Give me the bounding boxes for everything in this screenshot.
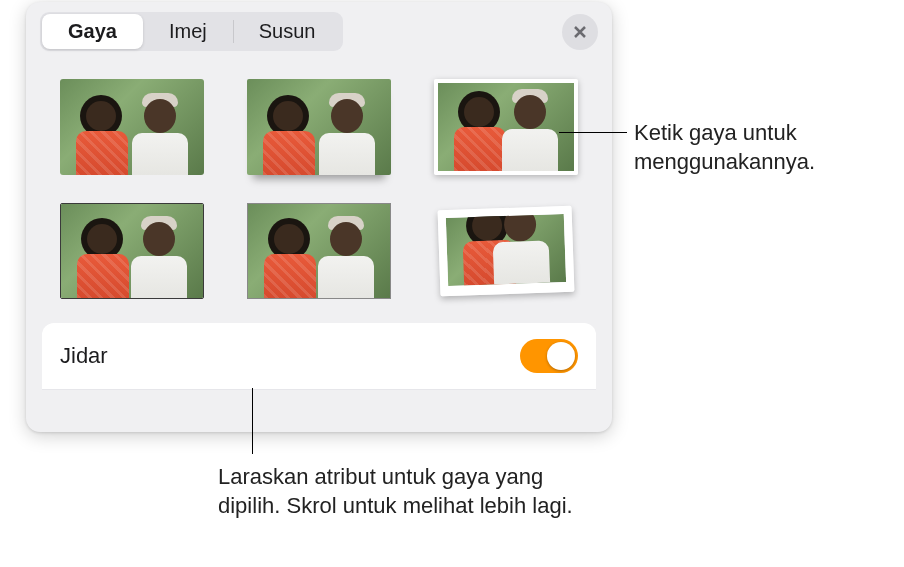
callout-leader [252, 388, 253, 454]
style-option-white-frame[interactable] [432, 77, 580, 177]
panel-header: Gaya Imej Susun [26, 2, 612, 59]
styles-grid [26, 59, 612, 323]
style-option-dark-border[interactable] [58, 201, 206, 301]
toggle-knob [547, 342, 575, 370]
style-thumbnail [60, 203, 204, 299]
jidar-row[interactable]: Jidar [42, 323, 596, 390]
tab-label: Gaya [68, 20, 117, 42]
tab-gaya[interactable]: Gaya [42, 14, 143, 49]
tab-label: Susun [259, 20, 316, 42]
style-thumbnail [437, 206, 574, 297]
style-option-polaroid[interactable] [430, 198, 581, 303]
format-panel: Gaya Imej Susun [26, 2, 612, 432]
style-thumbnail [60, 79, 204, 175]
close-button[interactable] [562, 14, 598, 50]
tab-label: Imej [169, 20, 207, 42]
style-option-plain[interactable] [58, 77, 206, 177]
tab-susun[interactable]: Susun [233, 14, 342, 49]
style-option-reflection[interactable] [245, 77, 393, 177]
callout-leader [559, 132, 627, 133]
style-thumbnail [247, 203, 391, 299]
style-thumbnail [247, 79, 391, 175]
close-icon [572, 24, 588, 40]
callout-use-style: Ketik gaya untuk menggunakannya. [634, 118, 894, 176]
callout-adjust-attributes: Laraskan atribut untuk gaya yang dipilih… [218, 462, 578, 520]
jidar-toggle[interactable] [520, 339, 578, 373]
style-option-light-border[interactable] [245, 201, 393, 301]
style-thumbnail [434, 79, 578, 175]
jidar-label: Jidar [60, 343, 108, 369]
tab-imej[interactable]: Imej [143, 14, 233, 49]
segmented-control: Gaya Imej Susun [40, 12, 343, 51]
